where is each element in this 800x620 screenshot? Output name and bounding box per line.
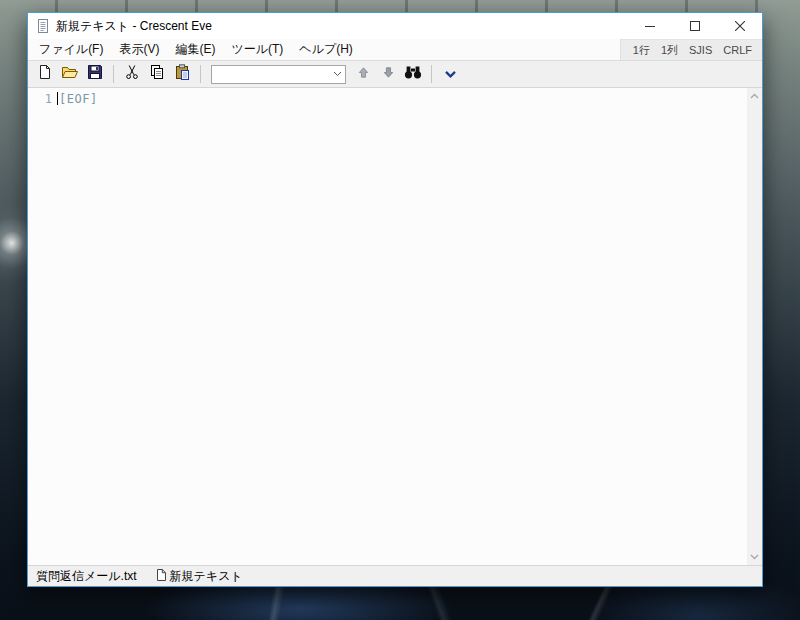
search-up-button[interactable] <box>351 63 375 86</box>
toolbar-separator <box>113 65 114 83</box>
arrow-up-icon <box>357 65 370 83</box>
close-button[interactable] <box>717 13 762 39</box>
search-input[interactable] <box>212 66 329 83</box>
menu-view[interactable]: 表示(V) <box>111 39 167 60</box>
scroll-down-button[interactable] <box>747 549 762 565</box>
tab-label: 質問返信メール.txt <box>36 568 137 585</box>
arrow-down-icon <box>382 65 395 83</box>
minimize-button[interactable] <box>627 13 672 39</box>
new-file-icon <box>37 64 53 84</box>
line-number: 1 <box>28 92 52 106</box>
window-title: 新規テキスト - Crescent Eve <box>56 18 212 35</box>
save-floppy-icon <box>87 64 103 84</box>
app-window: 新規テキスト - Crescent Eve ファイル(F) 表示(V) 編集(E… <box>27 12 763 587</box>
chevron-down-icon <box>444 65 457 83</box>
titlebar[interactable]: 新規テキスト - Crescent Eve <box>28 13 762 39</box>
status-line-ending: CRLF <box>723 44 752 56</box>
open-file-button[interactable] <box>58 63 82 86</box>
search-combobox <box>211 65 346 84</box>
window-controls <box>627 13 762 39</box>
cut-scissors-icon <box>124 64 140 84</box>
menu-help[interactable]: ヘルプ(H) <box>291 39 361 60</box>
open-folder-icon <box>61 64 79 84</box>
save-file-button[interactable] <box>83 63 107 86</box>
vertical-scrollbar[interactable] <box>747 88 762 565</box>
page-icon <box>156 569 166 584</box>
search-down-button[interactable] <box>376 63 400 86</box>
menu-tools[interactable]: ツール(T) <box>223 39 291 60</box>
app-document-icon[interactable] <box>36 19 50 33</box>
scroll-up-button[interactable] <box>747 88 762 104</box>
menu-edit[interactable]: 編集(E) <box>167 39 223 60</box>
menu-file[interactable]: ファイル(F) <box>31 39 111 60</box>
combo-dropdown-icon[interactable] <box>329 71 345 77</box>
editor-area[interactable]: 1 [EOF] <box>28 88 762 565</box>
paste-button[interactable] <box>170 63 194 86</box>
toolbar-separator <box>200 65 201 83</box>
toolbar <box>28 60 762 88</box>
copy-button[interactable] <box>145 63 169 86</box>
maximize-button[interactable] <box>672 13 717 39</box>
cut-button[interactable] <box>120 63 144 86</box>
tab-saved-file[interactable]: 質問返信メール.txt <box>36 568 146 585</box>
binoculars-icon <box>404 65 422 83</box>
copy-pages-icon <box>149 64 165 84</box>
tab-new-document[interactable]: 新規テキスト <box>156 568 252 585</box>
wallpaper-bottom-streaks <box>0 585 800 620</box>
text-caret <box>57 92 58 105</box>
document-tabbar: 質問返信メール.txt 新規テキスト <box>28 565 762 586</box>
toolbar-separator <box>431 65 432 83</box>
status-encoding: SJIS <box>689 44 712 56</box>
editor-line-1: 1 [EOF] <box>28 88 762 106</box>
status-cursor-column: 1列 <box>661 43 678 58</box>
paste-clipboard-icon <box>174 64 190 84</box>
eof-marker: [EOF] <box>59 92 98 106</box>
status-panel: 1行 1列 SJIS CRLF <box>620 39 762 60</box>
status-cursor-line: 1行 <box>633 43 650 58</box>
toolbar-more-button[interactable] <box>438 63 462 86</box>
find-button[interactable] <box>401 63 425 86</box>
tab-label: 新規テキスト <box>170 568 243 585</box>
new-file-button[interactable] <box>33 63 57 86</box>
menubar: ファイル(F) 表示(V) 編集(E) ツール(T) ヘルプ(H) 1行 1列 … <box>28 39 762 60</box>
